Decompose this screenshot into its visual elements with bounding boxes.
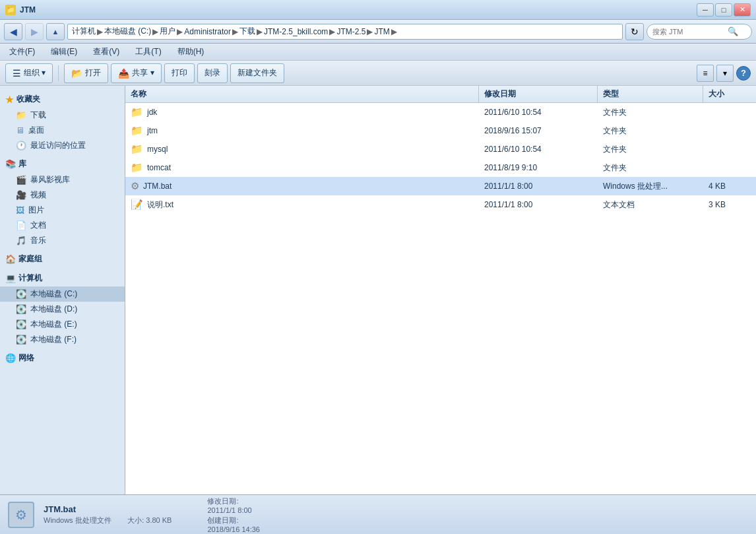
col-name[interactable]: 名称 (125, 86, 479, 102)
music-icon: 🎵 (16, 236, 26, 246)
sidebar-item-image[interactable]: 🖼 图片 (0, 203, 125, 218)
view-list-button[interactable]: ≡ (697, 65, 714, 82)
search-icon[interactable]: 🔍 (728, 26, 738, 36)
window-icon: 📁 (5, 5, 16, 15)
menu-help[interactable]: 帮助(H) (173, 45, 208, 59)
address-bar: ◀ ▶ ▲ 计算机 ▶ 本地磁盘 (C:) ▶ 用户 ▶ Administrat… (0, 20, 756, 44)
network-header[interactable]: 🌐 网络 (0, 350, 125, 366)
path-part-6: JTM-2.5_bkill.com (264, 27, 328, 36)
status-filename: JTM.bat (44, 504, 172, 514)
sidebar-item-drive-d[interactable]: 💽 本地磁盘 (D:) (0, 302, 125, 317)
menu-view[interactable]: 查看(V) (89, 45, 123, 59)
drive-f-icon: 💽 (16, 335, 26, 345)
file-modified-cell: 2018/9/16 15:07 (479, 121, 598, 140)
status-bar: ⚙ JTM.bat Windows 批处理文件 大小: 3.80 KB 修改日期… (0, 494, 756, 534)
file-name-cell: ⚙ JTM.bat (125, 177, 479, 195)
table-row[interactable]: 📁 jtm 2018/9/16 15:07 文件夹 (125, 121, 756, 140)
toolbar-right: ≡ ▾ ? (697, 65, 751, 82)
col-type[interactable]: 类型 (598, 86, 703, 102)
image-icon: 🖼 (16, 205, 24, 215)
refresh-button[interactable]: ↻ (625, 23, 644, 40)
status-description: Windows 批处理文件 大小: 3.80 KB (44, 516, 172, 525)
desktop-icon: 🖥 (16, 125, 24, 135)
favorites-header[interactable]: ★ 收藏夹 (0, 91, 125, 108)
sidebar-item-music[interactable]: 🎵 音乐 (0, 233, 125, 248)
file-modified-cell: 2011/8/19 9:10 (479, 158, 598, 177)
library-folder-icon: 📚 (5, 159, 16, 169)
address-path[interactable]: 计算机 ▶ 本地磁盘 (C:) ▶ 用户 ▶ Administrator ▶ 下… (67, 24, 623, 40)
table-row[interactable]: 📁 mysql 2011/6/10 10:54 文件夹 (125, 140, 756, 158)
folder-icon: 📁 (16, 110, 26, 120)
drive-e-icon: 💽 (16, 319, 26, 329)
computer-header[interactable]: 💻 计算机 (0, 270, 125, 286)
search-input[interactable] (652, 28, 725, 36)
sidebar-item-drive-e[interactable]: 💽 本地磁盘 (E:) (0, 317, 125, 332)
sidebar-item-doc[interactable]: 📄 文档 (0, 218, 125, 233)
sidebar-item-recent[interactable]: 🕐 最近访问的位置 (0, 138, 125, 153)
new-folder-button[interactable]: 新建文件夹 (230, 63, 284, 83)
file-name: mysql (147, 145, 168, 154)
col-size[interactable]: 大小 (703, 86, 756, 102)
search-box[interactable]: 🔍 (646, 24, 752, 40)
open-button[interactable]: 📂 打开 (64, 63, 108, 83)
path-part-3: 用户 (160, 26, 175, 37)
sidebar-item-downloads[interactable]: 📁 下载 (0, 108, 125, 123)
help-button[interactable]: ? (736, 66, 751, 81)
file-type-cell: 文本文档 (598, 195, 703, 214)
sidebar-item-media-lib[interactable]: 🎬 暴风影视库 (0, 172, 125, 187)
burn-button[interactable]: 刻录 (197, 63, 228, 83)
sidebar-item-drive-c[interactable]: 💽 本地磁盘 (C:) (0, 286, 125, 302)
file-size-cell (703, 158, 756, 177)
file-size-cell (703, 140, 756, 158)
computer-icon: 💻 (5, 273, 16, 283)
table-row[interactable]: ⚙ JTM.bat 2011/1/1 8:00 Windows 批处理... 4… (125, 177, 756, 195)
file-list-header: 名称 修改日期 类型 大小 (125, 86, 756, 103)
recent-icon: 🕐 (16, 141, 26, 150)
file-list-area: 名称 修改日期 类型 大小 📁 jdk 2011/6/10 10:54 文件夹 … (125, 86, 756, 494)
window-title: JTM (20, 5, 36, 15)
sidebar-item-drive-f[interactable]: 💽 本地磁盘 (F:) (0, 332, 125, 347)
file-name: JTM.bat (143, 182, 172, 191)
file-name-cell: 📁 tomcat (125, 158, 479, 177)
col-modified[interactable]: 修改日期 (479, 86, 598, 102)
title-bar-left: 📁 JTM (5, 5, 36, 15)
menu-tools[interactable]: 工具(T) (131, 45, 165, 59)
organize-button[interactable]: ☰ 组织 ▾ (5, 63, 53, 83)
up-button[interactable]: ▲ (46, 23, 65, 40)
title-bar: 📁 JTM ─ □ ✕ (0, 0, 756, 20)
minimize-button[interactable]: ─ (697, 3, 714, 17)
file-list: 📁 jdk 2011/6/10 10:54 文件夹 📁 jtm 2018/9/1… (125, 103, 756, 494)
doc-icon: 📄 (16, 220, 26, 230)
file-name-cell: 📝 说明.txt (125, 195, 479, 214)
file-icon: 📁 (131, 162, 143, 174)
homegroup-header[interactable]: 🏠 家庭组 (0, 251, 125, 267)
table-row[interactable]: 📁 jdk 2011/6/10 10:54 文件夹 (125, 103, 756, 121)
star-icon: ★ (5, 94, 14, 105)
menu-edit[interactable]: 编辑(E) (47, 45, 81, 59)
main-content: ★ 收藏夹 📁 下载 🖥 桌面 🕐 最近访问的位置 📚 库 (0, 86, 756, 494)
menu-file[interactable]: 文件(F) (5, 45, 39, 59)
sidebar-section-network: 🌐 网络 (0, 350, 125, 366)
file-modified-cell: 2011/1/1 8:00 (479, 177, 598, 195)
sidebar-section-favorites: ★ 收藏夹 📁 下载 🖥 桌面 🕐 最近访问的位置 (0, 91, 125, 153)
menu-bar: 文件(F) 编辑(E) 查看(V) 工具(T) 帮助(H) (0, 44, 756, 61)
maximize-button[interactable]: □ (715, 3, 732, 17)
media-lib-icon: 🎬 (16, 175, 26, 185)
close-button[interactable]: ✕ (734, 3, 751, 17)
library-header[interactable]: 📚 库 (0, 156, 125, 172)
table-row[interactable]: 📝 说明.txt 2011/1/1 8:00 文本文档 3 KB (125, 195, 756, 214)
back-button[interactable]: ◀ (4, 23, 22, 40)
network-icon: 🌐 (5, 353, 16, 363)
toolbar-separator-1 (58, 65, 59, 81)
file-type-cell: 文件夹 (598, 158, 703, 177)
title-controls: ─ □ ✕ (697, 3, 751, 17)
video-icon: 🎥 (16, 190, 26, 200)
view-details-button[interactable]: ▾ (716, 65, 734, 82)
sidebar-item-video[interactable]: 🎥 视频 (0, 187, 125, 203)
share-button[interactable]: 📤 共享 ▾ (111, 63, 161, 83)
table-row[interactable]: 📁 tomcat 2011/8/19 9:10 文件夹 (125, 158, 756, 177)
forward-button[interactable]: ▶ (25, 23, 44, 40)
print-button[interactable]: 打印 (164, 63, 195, 83)
sidebar-item-desktop[interactable]: 🖥 桌面 (0, 123, 125, 138)
status-size-label: 大小: (127, 516, 144, 524)
